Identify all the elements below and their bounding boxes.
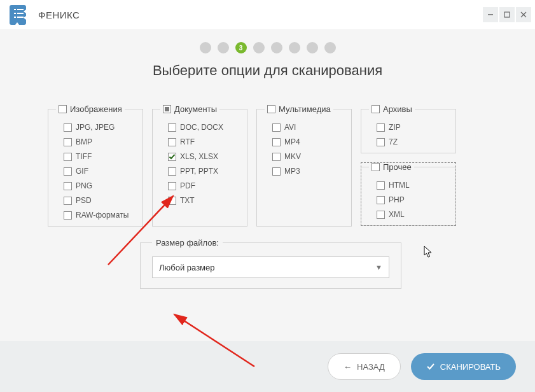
opt-mp3[interactable]: MP3 (272, 167, 344, 176)
checkbox-rtf[interactable] (168, 138, 176, 146)
svg-rect-3 (17, 13, 24, 14)
svg-rect-2 (14, 13, 16, 14)
group-multimedia: Мультимедиа AVI MP4 MKV MP3 (256, 104, 352, 227)
group-other-title: Прочее (383, 162, 412, 172)
cursor-icon (423, 246, 433, 258)
checkbox-avi[interactable] (272, 123, 281, 132)
checkbox-group-documents[interactable] (163, 105, 171, 113)
scan-label: СКАНИРОВАТЬ (440, 362, 501, 372)
main-area: 3 Выберите опции для сканирования Изобра… (0, 29, 535, 341)
checkbox-mkv[interactable] (272, 153, 281, 161)
group-documents: Документы DOC, DOCX RTF XLS, XLSX PPT, P… (152, 104, 247, 227)
maximize-button[interactable] (499, 7, 515, 22)
size-group: Размер файлов: Любой размер ▼ (140, 238, 401, 289)
minimize-button[interactable] (483, 7, 498, 22)
size-label: Размер файлов: (152, 238, 223, 248)
window-controls (483, 7, 531, 22)
close-button[interactable] (516, 7, 531, 22)
opt-jpg[interactable]: JPG, JPEG (64, 123, 135, 132)
app-logo-icon (9, 4, 31, 25)
checkbox-mp4[interactable] (272, 138, 281, 146)
checkbox-zip[interactable] (377, 123, 385, 132)
checkbox-tiff[interactable] (64, 153, 72, 161)
stepper: 3 (6, 29, 529, 62)
checkbox-xml[interactable] (377, 211, 385, 219)
svg-rect-4 (14, 17, 16, 18)
arrow-left-icon: ← (344, 362, 352, 372)
group-images-title: Изображения (70, 104, 122, 114)
opt-php[interactable]: PHP (377, 195, 448, 204)
step-3[interactable]: 3 (235, 42, 247, 53)
opt-pdf[interactable]: PDF (168, 181, 239, 190)
checkbox-png[interactable] (64, 182, 72, 190)
scan-button[interactable]: СКАНИРОВАТЬ (411, 353, 516, 380)
step-7[interactable] (307, 42, 318, 53)
opt-gif[interactable]: GIF (64, 167, 135, 176)
size-value: Любой размер (159, 263, 215, 272)
step-active-label: 3 (239, 45, 243, 52)
back-label: НАЗАД (357, 362, 385, 372)
checkbox-ppt[interactable] (168, 167, 176, 176)
step-2[interactable] (218, 42, 229, 53)
checkbox-raw[interactable] (64, 211, 72, 220)
step-1[interactable] (200, 42, 211, 53)
chevron-down-icon: ▼ (375, 263, 382, 271)
group-images: Изображения JPG, JPEG BMP TIFF GIF PNG P… (48, 104, 143, 227)
checkbox-group-multimedia[interactable] (267, 105, 275, 113)
checkbox-bmp[interactable] (64, 138, 72, 146)
opt-txt[interactable]: TXT (168, 196, 239, 205)
checkbox-php[interactable] (377, 196, 385, 204)
checkbox-doc[interactable] (168, 123, 176, 132)
group-multimedia-title: Мультимедиа (279, 104, 331, 114)
checkbox-jpg[interactable] (64, 123, 72, 132)
svg-rect-7 (504, 12, 510, 17)
opt-mp4[interactable]: MP4 (272, 137, 344, 146)
opt-doc[interactable]: DOC, DOCX (168, 123, 239, 132)
group-archives-title: Архивы (383, 104, 412, 114)
opt-mkv[interactable]: MKV (272, 152, 344, 161)
step-5[interactable] (271, 42, 282, 53)
checkbox-group-archives[interactable] (372, 105, 380, 113)
group-other: Прочее HTML PHP XML (361, 162, 456, 226)
opt-psd[interactable]: PSD (64, 196, 135, 205)
opt-rtf[interactable]: RTF (168, 137, 239, 146)
checkbox-mp3[interactable] (272, 167, 281, 176)
size-select[interactable]: Любой размер ▼ (152, 256, 389, 278)
opt-ppt[interactable]: PPT, PPTX (168, 167, 239, 176)
back-button[interactable]: ← НАЗАД (328, 353, 401, 380)
opt-7z[interactable]: 7Z (377, 137, 448, 146)
titlebar: ФЕНИКС (0, 0, 535, 29)
opt-html[interactable]: HTML (377, 181, 448, 190)
page-title: Выберите опции для сканирования (6, 62, 529, 79)
svg-rect-0 (14, 9, 16, 10)
opt-avi[interactable]: AVI (272, 123, 344, 132)
checkbox-group-other[interactable] (372, 163, 380, 171)
checkbox-txt[interactable] (168, 197, 176, 205)
checkbox-psd[interactable] (64, 197, 72, 205)
opt-xml[interactable]: XML (377, 210, 448, 219)
step-4[interactable] (253, 42, 265, 53)
checkbox-xls[interactable] (168, 153, 176, 161)
svg-rect-5 (17, 17, 24, 18)
opt-tiff[interactable]: TIFF (64, 152, 135, 161)
checkbox-html[interactable] (377, 181, 385, 190)
check-icon (426, 362, 435, 371)
checkbox-group-images[interactable] (59, 105, 67, 113)
checkbox-gif[interactable] (64, 167, 72, 176)
group-archives: Архивы ZIP 7Z (361, 104, 456, 153)
checkbox-pdf[interactable] (168, 182, 176, 190)
groups-row: Изображения JPG, JPEG BMP TIFF GIF PNG P… (6, 104, 529, 227)
step-6[interactable] (289, 42, 300, 53)
opt-bmp[interactable]: BMP (64, 137, 135, 146)
svg-rect-1 (17, 9, 24, 10)
checkbox-7z[interactable] (377, 138, 385, 146)
group-documents-title: Документы (174, 104, 217, 114)
opt-raw[interactable]: RAW-форматы (64, 211, 135, 220)
opt-xls[interactable]: XLS, XLSX (168, 152, 239, 161)
opt-zip[interactable]: ZIP (377, 123, 448, 132)
footer: ← НАЗАД СКАНИРОВАТЬ (0, 341, 535, 392)
step-8[interactable] (324, 42, 336, 53)
app-title: ФЕНИКС (38, 10, 80, 20)
opt-png[interactable]: PNG (64, 181, 135, 190)
